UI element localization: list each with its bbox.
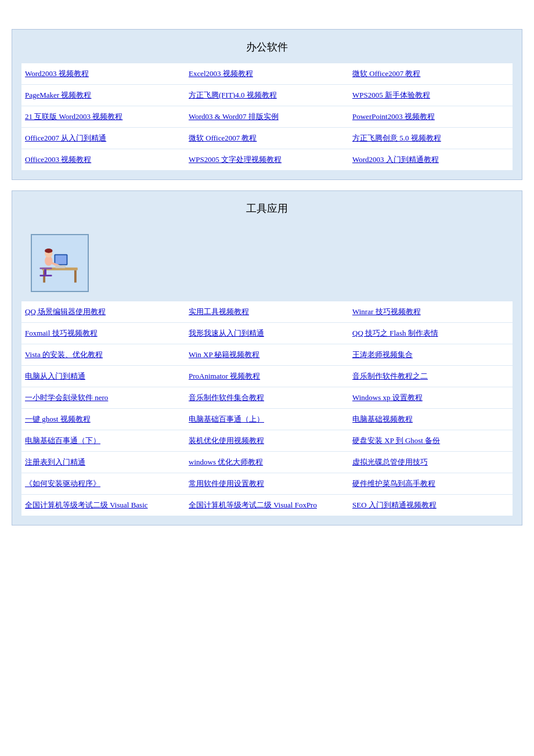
office-link-cell: Office2007 从入门到精通: [21, 128, 185, 149]
office2003-link[interactable]: Office2003 视频教程: [25, 155, 91, 164]
winxp-settings-link[interactable]: Windows xp 设置教程: [352, 393, 423, 402]
hardware-maintain-link[interactable]: 硬件维护菜鸟到高手教程: [352, 479, 435, 488]
pc-basics-video-link[interactable]: 电脑基础视频教程: [352, 415, 413, 423]
wangtao-link[interactable]: 王涛老师视频集合: [352, 350, 413, 359]
excel2003-link[interactable]: Excel2003 视频教程: [189, 69, 253, 78]
tools-link-cell: 虚拟光碟总管使用技巧: [349, 452, 513, 473]
tools-section: 工具应用: [12, 190, 522, 525]
tools-link-cell: 装机优化使用视频教程: [185, 430, 349, 451]
driver-install-link[interactable]: 《如何安装驱动程序》: [25, 479, 100, 488]
vista-link[interactable]: Vista 的安装、优化教程: [25, 350, 103, 359]
foxmail-link[interactable]: Foxmail 技巧视频教程: [25, 329, 98, 337]
word2003-mastery-link[interactable]: Word2003 入门到精通教程: [352, 155, 439, 164]
svg-point-13: [45, 249, 52, 253]
office-link-cell: 微软 Office2007 教程: [349, 63, 513, 84]
svg-rect-15: [55, 265, 65, 268]
tools-row-1: QQ 场景编辑器使用教程 实用工具视频教程 Winrar 技巧视频教程: [21, 301, 513, 323]
common-software-link[interactable]: 常用软件使用设置教程: [189, 479, 264, 488]
svg-rect-9: [44, 269, 46, 275]
seo-link[interactable]: SEO 入门到精通视频教程: [352, 501, 436, 509]
tools-row-6: 一键 ghost 视频教程 电脑基础百事通（上） 电脑基础视频教程: [21, 409, 513, 430]
ms-office2007-2-link[interactable]: 微软 Office2007 教程: [189, 134, 257, 142]
pc-basics-link[interactable]: 电脑从入门到精通: [25, 372, 85, 380]
office-link-cell: 方正飞腾创意 5.0 视频教程: [349, 128, 513, 149]
tools-link-cell: Vista 的安装、优化教程: [21, 344, 185, 365]
woform-link[interactable]: 我形我速从入门到精通: [189, 329, 264, 337]
tools-link-cell: 我形我速从入门到精通: [185, 323, 349, 344]
tools-link-cell: 音乐制作软件教程之二: [349, 366, 513, 387]
office-link-cell: PowerPoint2003 视频教程: [349, 106, 513, 127]
tools-link-cell: 全国计算机等级考试二级 Visual FoxPro: [185, 495, 349, 516]
music-software-2-link[interactable]: 音乐制作软件教程之二: [352, 372, 428, 380]
wps2005-text-link[interactable]: WPS2005 文字处理视频教程: [189, 155, 282, 164]
tools-link-cell: Win XP 秘籍视频教程: [185, 344, 349, 365]
tools-link-cell: 硬件维护菜鸟到高手教程: [349, 473, 513, 494]
office-link-cell: PageMaker 视频教程: [21, 85, 185, 106]
proanimator-link[interactable]: ProAnimator 视频教程: [189, 372, 260, 380]
svg-rect-10: [39, 275, 52, 276]
qq-scene-link[interactable]: QQ 场景编辑器使用教程: [25, 307, 106, 316]
registry-link[interactable]: 注册表到入门精通: [25, 458, 85, 466]
tools-link-cell: QQ 场景编辑器使用教程: [21, 301, 185, 322]
word03-07-link[interactable]: Word03 & Word07 排版实例: [189, 112, 279, 121]
office-row-5: Office2003 视频教程 WPS2005 文字处理视频教程 Word200…: [21, 149, 513, 170]
utility-tools-link[interactable]: 实用工具视频教程: [189, 307, 249, 316]
office2007-intro-link[interactable]: Office2007 从入门到精通: [25, 134, 106, 142]
winxp-secrets-link[interactable]: Win XP 秘籍视频教程: [189, 350, 260, 359]
tools-row-4: 电脑从入门到精通 ProAnimator 视频教程 音乐制作软件教程之二: [21, 366, 513, 387]
office-row-2: PageMaker 视频教程 方正飞腾(FIT)4.0 视频教程 WPS2005…: [21, 85, 513, 106]
person-at-desk-icon: [32, 235, 88, 291]
tools-row-10: 全国计算机等级考试二级 Visual Basic 全国计算机等级考试二级 Vis…: [21, 495, 513, 516]
vb-exam-link[interactable]: 全国计算机等级考试二级 Visual Basic: [25, 501, 148, 509]
music-software-set-link[interactable]: 音乐制作软件集合教程: [189, 393, 264, 402]
tools-row-7: 电脑基础百事通（下） 装机优化使用视频教程 硬盘安装 XP 到 Ghost 备份: [21, 430, 513, 452]
tools-link-cell: Windows xp 设置教程: [349, 387, 513, 408]
svg-rect-8: [39, 268, 52, 269]
desk-image: [31, 234, 89, 292]
fangzheng-fit-link[interactable]: 方正飞腾(FIT)4.0 视频教程: [189, 91, 277, 99]
wps2005-link[interactable]: WPS2005 新手体验教程: [352, 91, 430, 99]
tools-link-cell: 注册表到入门精通: [21, 452, 185, 473]
ppt2003-link[interactable]: PowerPoint2003 视频教程: [352, 112, 435, 121]
office-row-3: 21 互联版 Word2003 视频教程 Word03 & Word07 排版实…: [21, 106, 513, 128]
nero-link[interactable]: 一小时学会刻录软件 nero: [25, 393, 108, 402]
tools-row-8: 注册表到入门精通 windows 优化大师教程 虚拟光碟总管使用技巧: [21, 452, 513, 473]
pagemaker-link[interactable]: PageMaker 视频教程: [25, 91, 91, 99]
qq-flash-link[interactable]: QQ 技巧之 Flash 制作表情: [352, 329, 438, 337]
word2003-link[interactable]: Word2003 视频教程: [25, 69, 89, 78]
tools-link-cell: 一键 ghost 视频教程: [21, 409, 185, 430]
pc-basics-down-link[interactable]: 电脑基础百事通（下）: [25, 436, 100, 445]
tools-link-cell: 硬盘安装 XP 到 Ghost 备份: [349, 430, 513, 451]
optimize-video-link[interactable]: 装机优化使用视频教程: [189, 436, 264, 445]
21互联-link[interactable]: 21 互联版 Word2003 视频教程: [25, 112, 122, 121]
tools-row-5: 一小时学会刻录软件 nero 音乐制作软件集合教程 Windows xp 设置教…: [21, 387, 513, 409]
office-link-cell: 方正飞腾(FIT)4.0 视频教程: [185, 85, 349, 106]
office-links-grid: Word2003 视频教程 Excel2003 视频教程 微软 Office20…: [21, 63, 513, 170]
office-section: 办公软件 Word2003 视频教程 Excel2003 视频教程 微软 Off…: [12, 29, 522, 180]
ms-office2007-link[interactable]: 微软 Office2007 教程: [352, 69, 420, 78]
svg-rect-7: [55, 255, 66, 264]
virtual-cd-link[interactable]: 虚拟光碟总管使用技巧: [352, 458, 428, 466]
office-link-cell: WPS2005 新手体验教程: [349, 85, 513, 106]
pc-basics-up-link[interactable]: 电脑基础百事通（上）: [189, 415, 264, 423]
foxpro-exam-link[interactable]: 全国计算机等级考试二级 Visual FoxPro: [189, 501, 317, 509]
office-link-cell: WPS2005 文字处理视频教程: [185, 149, 349, 170]
office-row-4: Office2007 从入门到精通 微软 Office2007 教程 方正飞腾创…: [21, 128, 513, 149]
office-link-cell: Word2003 视频教程: [21, 63, 185, 84]
illustration-area: [21, 225, 513, 301]
tools-link-cell: 音乐制作软件集合教程: [185, 387, 349, 408]
hdd-ghost-link[interactable]: 硬盘安装 XP 到 Ghost 备份: [352, 436, 440, 445]
office-link-cell: Word03 & Word07 排版实例: [185, 106, 349, 127]
tools-row-3: Vista 的安装、优化教程 Win XP 秘籍视频教程 王涛老师视频集合: [21, 344, 513, 366]
fangzheng-chuanyi-link[interactable]: 方正飞腾创意 5.0 视频教程: [352, 134, 441, 142]
windows-optimizer-link[interactable]: windows 优化大师教程: [189, 458, 263, 466]
tools-link-cell: 电脑从入门到精通: [21, 366, 185, 387]
ghost-link[interactable]: 一键 ghost 视频教程: [25, 415, 91, 423]
winrar-link[interactable]: Winrar 技巧视频教程: [352, 307, 421, 316]
tools-link-cell: 电脑基础百事通（上）: [185, 409, 349, 430]
tools-link-cell: windows 优化大师教程: [185, 452, 349, 473]
office-link-cell: 21 互联版 Word2003 视频教程: [21, 106, 185, 127]
tools-link-cell: 一小时学会刻录软件 nero: [21, 387, 185, 408]
tools-links-grid: QQ 场景编辑器使用教程 实用工具视频教程 Winrar 技巧视频教程 Foxm…: [21, 301, 513, 516]
tools-link-cell: 电脑基础百事通（下）: [21, 430, 185, 451]
